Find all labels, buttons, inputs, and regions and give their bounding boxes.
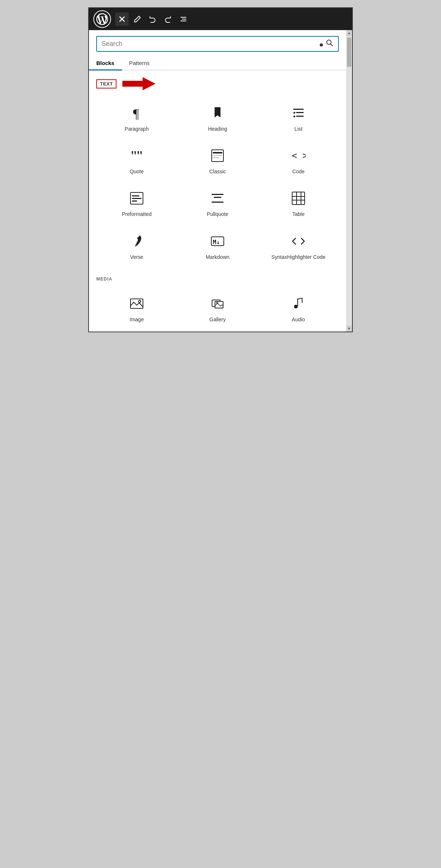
markdown-icon: M↓ [209,232,226,250]
search-icon: ● [319,39,334,49]
block-pullquote-label: Pullquote [207,211,228,217]
block-preformatted[interactable]: Preformatted [96,182,177,223]
code-icon: < > [290,147,307,164]
block-markdown-label: Markdown [206,254,230,260]
svg-rect-11 [296,112,304,113]
wordpress-block-inserter: ● Blocks Patterns TEXT [88,7,353,332]
block-quote-label: Quote [130,168,144,175]
svg-rect-28 [292,192,305,205]
svg-rect-17 [213,152,222,153]
search-area: ● [89,30,346,52]
tab-patterns[interactable]: Patterns [122,56,157,70]
media-blocks-grid: Image Gallery [89,285,346,332]
svg-text:< >: < > [292,151,306,161]
block-heading[interactable]: Heading [177,97,258,138]
gallery-icon [209,295,226,312]
redo-button[interactable] [162,13,174,25]
text-section-header-row: TEXT [89,70,346,94]
svg-rect-13 [296,116,304,117]
paragraph-icon: ¶ [128,104,146,122]
block-syntax-highlighter[interactable]: SyntaxHighlighter Code [258,225,339,266]
table-icon [290,189,307,207]
audio-icon [290,295,307,312]
svg-line-6 [331,44,333,46]
wp-logo-icon [96,13,108,25]
blocks-grid: ¶ Paragraph Heading [89,94,346,269]
block-pullquote[interactable]: Pullquote [177,182,258,223]
tab-underline [89,69,122,70]
list-icon [290,104,307,122]
block-table[interactable]: Table [258,182,339,223]
text-section-badge: TEXT [96,79,116,88]
block-image-label: Image [130,316,144,323]
block-classic-label: Classic [209,168,226,175]
block-syntax-highlighter-label: SyntaxHighlighter Code [271,254,325,260]
undo-button[interactable] [146,13,159,25]
block-audio-label: Audio [292,316,305,323]
scroll-down-arrow[interactable]: ▼ [346,326,352,332]
svg-rect-9 [293,109,304,110]
svg-rect-22 [132,195,139,196]
block-paragraph-label: Paragraph [125,126,148,132]
heading-icon [209,104,226,122]
edit-button[interactable] [132,13,143,25]
block-heading-label: Heading [208,126,227,132]
verse-icon [128,232,146,250]
svg-rect-25 [212,194,223,195]
image-icon [128,295,146,312]
block-preformatted-label: Preformatted [122,211,152,217]
quote-icon: " " [128,147,146,164]
scrollbar-thumb[interactable] [347,37,351,67]
svg-rect-27 [214,197,221,198]
syntax-highlighter-icon [290,232,307,250]
search-input[interactable] [101,40,316,48]
svg-point-41 [294,305,298,308]
block-quote[interactable]: " " Quote [96,140,177,181]
block-list-label: List [294,126,302,132]
tab-blocks[interactable]: Blocks [89,56,122,70]
media-section-header: MEDIA [89,269,346,285]
block-paragraph[interactable]: ¶ Paragraph [96,97,177,138]
svg-point-12 [294,116,295,117]
block-verse[interactable]: Verse [96,225,177,266]
svg-marker-7 [122,77,155,90]
block-classic[interactable]: Classic [177,140,258,181]
block-table-label: Table [292,211,304,217]
block-image[interactable]: Image [96,287,177,329]
block-list[interactable]: List [258,97,339,138]
close-button[interactable] [115,12,129,26]
classic-icon [209,147,226,164]
search-box: ● [96,36,339,52]
block-code-label: Code [292,168,304,175]
scroll-up-arrow[interactable]: ▲ [346,30,352,36]
svg-rect-23 [132,198,141,199]
svg-rect-18 [213,155,222,156]
svg-rect-26 [212,202,223,203]
editor-toolbar [89,8,352,30]
pullquote-icon [209,189,226,207]
svg-text:¶: ¶ [133,106,139,120]
menu-button[interactable] [177,13,190,25]
block-markdown[interactable]: M↓ Markdown [177,225,258,266]
block-gallery[interactable]: Gallery [177,287,258,329]
inserter-panel: ● Blocks Patterns TEXT [89,30,346,332]
svg-rect-24 [132,200,137,202]
block-gallery-label: Gallery [209,316,226,323]
svg-rect-19 [213,157,219,158]
block-audio[interactable]: Audio [258,287,339,329]
tabs-bar: Blocks Patterns [89,56,346,70]
wp-logo [93,10,111,28]
block-verse-label: Verse [130,254,143,260]
svg-point-37 [139,300,141,303]
red-arrow-indicator [122,76,155,91]
preformatted-icon [128,189,146,207]
svg-point-10 [294,112,295,114]
panel-content: ● Blocks Patterns TEXT [89,30,352,332]
scrollbar[interactable]: ▲ ▼ [346,30,352,332]
block-code[interactable]: < > Code [258,140,339,181]
svg-text:": " [136,148,143,163]
svg-text:M↓: M↓ [213,239,220,246]
